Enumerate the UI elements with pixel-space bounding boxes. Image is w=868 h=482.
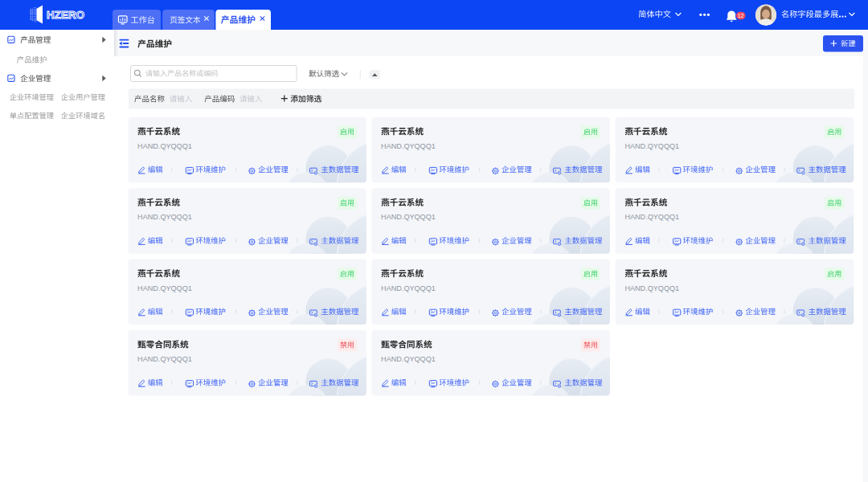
svg-text:HZERO: HZERO — [47, 9, 84, 21]
svg-text:12: 12 — [738, 13, 744, 18]
